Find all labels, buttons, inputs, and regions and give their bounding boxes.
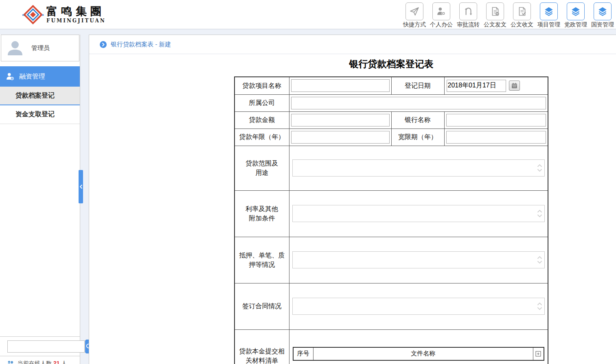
chevron-right-circle-icon (100, 41, 107, 48)
mortgage-pledge-textarea[interactable] (292, 251, 545, 268)
table-row: 贷款范围及 用途 (235, 146, 548, 190)
loan-form-table: 贷款项目名称 登记日期 所属公司 (234, 76, 548, 364)
field-label-loan-years: 贷款年限（年） (235, 129, 289, 146)
online-status: 当前在线人数 21 人 (0, 356, 80, 364)
logo-knot-icon: «» (23, 4, 43, 25)
toolbar-item-doc-send[interactable]: 公文发文 (483, 1, 507, 28)
sidebar-item-label: 资金支取登记 (15, 110, 55, 119)
logo-subtitle: FUMINGJITUAN (46, 18, 106, 24)
toolbar-label: 党政管理 (564, 21, 588, 28)
field-label-contract: 签订合同情况 (235, 283, 289, 329)
field-label-mortgage: 抵押、单笔、质 押等情况 (235, 237, 289, 283)
sidebar-collapse-handle[interactable] (79, 170, 83, 203)
user-card: 管理员 (1, 35, 79, 61)
online-prefix: 当前在线人数 (18, 360, 52, 364)
app-header: «» 富鸣集團 FUMINGJITUAN 快捷方式 个人办公 审批流转 (0, 0, 616, 29)
avatar-icon (6, 40, 24, 56)
toolbar-label: 国资管理 (591, 21, 614, 28)
field-label-loan-project-name: 贷款项目名称 (235, 77, 289, 94)
table-row: 贷款项目名称 登记日期 (235, 77, 548, 94)
loan-scope-textarea[interactable] (292, 159, 545, 177)
breadcrumb-link[interactable]: 银行贷款档案表 - 新建 (111, 41, 171, 48)
field-label-register-date: 登记日期 (391, 77, 444, 94)
contract-signing-textarea[interactable] (292, 298, 545, 315)
materials-col-file: 文件名称 (313, 347, 533, 360)
field-label-loan-scope: 贷款范围及 用途 (235, 146, 289, 190)
table-row: 贷款年限（年） 宽限期（年） (235, 129, 548, 146)
sidebar-item-loan-archive-register[interactable]: 贷款档案登记 (0, 87, 80, 105)
loan-form: 银行贷款档案登记表 贷款项目名称 登记日期 (234, 58, 548, 364)
register-date-input[interactable] (447, 80, 506, 92)
field-label-bank-name: 银行名称 (391, 111, 444, 129)
main-area: 管理员 融资管理 贷款档案登记 资金支取登记 当前在线人数 21 人 (0, 29, 616, 364)
toolbar-item-personal-office[interactable]: 个人办公 (430, 1, 453, 28)
page-title: 银行贷款档案登记表 (234, 58, 548, 70)
uturn-arrows-icon (459, 2, 477, 20)
search-input[interactable] (7, 340, 85, 353)
grace-period-input[interactable] (446, 131, 546, 144)
person-badge-icon (6, 72, 15, 81)
field-label-loan-amount: 贷款金额 (235, 111, 289, 129)
field-label-interest: 利率及其他 附加条件 (235, 190, 289, 237)
sidebar-item-fund-withdrawal-register[interactable]: 资金支取登记 (0, 105, 80, 124)
toolbar-item-state-assets-mgmt[interactable]: 国资管理 (591, 1, 614, 28)
loan-years-input[interactable] (291, 131, 390, 144)
toolbar-item-doc-receive[interactable]: 公文收文 (510, 1, 534, 28)
toolbar-label: 个人办公 (430, 21, 453, 28)
online-count: 21 (53, 360, 60, 364)
field-label-materials: 贷款本金提交相 关材料清单 (235, 329, 289, 364)
top-toolbar: 快捷方式 个人办公 审批流转 公文发文 公文收文 (403, 1, 614, 28)
plus-box-icon (535, 351, 541, 357)
toolbar-label: 公文收文 (510, 21, 534, 28)
company-logo: «» 富鸣集團 FUMINGJITUAN (23, 4, 106, 25)
toolbar-label: 公文发文 (483, 21, 507, 28)
person-add-icon (432, 2, 450, 20)
user-name: 管理员 (31, 44, 50, 52)
table-row: 所属公司 (235, 94, 548, 111)
company-input[interactable] (291, 97, 546, 109)
users-icon (7, 360, 15, 364)
interest-conditions-textarea[interactable] (292, 205, 545, 222)
table-row: 抵押、单笔、质 押等情况 (235, 237, 548, 283)
bank-name-input[interactable] (446, 114, 546, 126)
calendar-icon (511, 82, 518, 89)
toolbar-label: 审批流转 (456, 21, 480, 28)
layers-icon (594, 2, 612, 20)
toolbar-label: 快捷方式 (403, 21, 426, 28)
loan-project-name-input[interactable] (291, 79, 390, 92)
loan-amount-input[interactable] (291, 114, 390, 126)
table-row: 签订合同情况 (235, 283, 548, 329)
logo-title: 富鸣集團 (46, 5, 106, 17)
toolbar-label: 项目管理 (537, 21, 561, 28)
sidebar-item-financing-mgmt[interactable]: 融资管理 (0, 66, 80, 87)
paper-plane-icon (406, 2, 423, 20)
sidebar-spacer (0, 124, 80, 336)
layers-icon (540, 2, 558, 20)
layers-icon (567, 2, 585, 20)
add-material-row-button[interactable] (535, 350, 542, 357)
table-row: 贷款本金提交相 关材料清单 序号 文件名称 (235, 329, 548, 364)
materials-col-seq: 序号 (293, 347, 313, 360)
calendar-button[interactable] (509, 81, 520, 91)
sidebar: 管理员 融资管理 贷款档案登记 资金支取登记 当前在线人数 21 人 (0, 35, 80, 364)
content-panel: 银行贷款档案表 - 新建 银行贷款档案登记表 贷款项目名称 登记日期 (89, 35, 616, 364)
table-row: 贷款金额 银行名称 (235, 111, 548, 129)
toolbar-item-approval-flow[interactable]: 审批流转 (456, 1, 480, 28)
toolbar-item-project-mgmt[interactable]: 项目管理 (537, 1, 561, 28)
document-send-icon (486, 2, 504, 20)
sidebar-item-label: 融资管理 (19, 72, 45, 81)
field-label-grace-period: 宽限期（年） (391, 129, 444, 146)
materials-table: 序号 文件名称 (293, 347, 545, 361)
field-label-company: 所属公司 (235, 94, 289, 111)
toolbar-item-party-mgmt[interactable]: 党政管理 (564, 1, 588, 28)
table-row: 利率及其他 附加条件 (235, 190, 548, 237)
breadcrumb: 银行贷款档案表 - 新建 (89, 35, 616, 54)
toolbar-item-shortcuts[interactable]: 快捷方式 (403, 1, 426, 28)
chevron-left-icon (79, 184, 83, 189)
sidebar-item-label: 贷款档案登记 (15, 92, 55, 100)
online-suffix: 人 (61, 360, 67, 364)
sidebar-search (0, 336, 80, 356)
document-check-icon (513, 2, 531, 20)
